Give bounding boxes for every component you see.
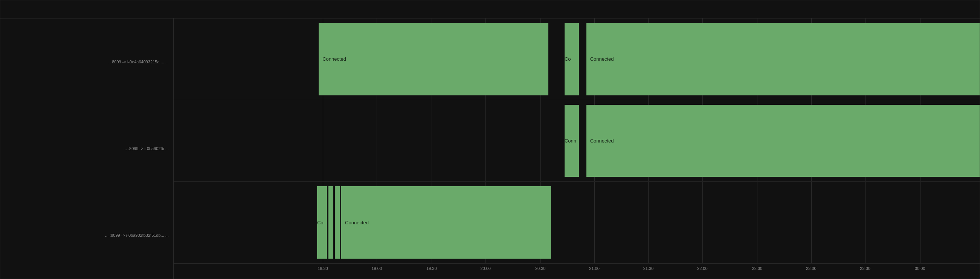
x-axis: 18:3019:0019:3020:0020:3021:0021:3022:00… bbox=[173, 263, 980, 279]
x-tick-5: 21:00 bbox=[589, 266, 600, 271]
plot-area: ConnectedCoConnectedConnConnectedCoConne… bbox=[173, 19, 980, 279]
x-tick-10: 23:30 bbox=[860, 266, 870, 271]
grid-line bbox=[323, 100, 323, 182]
grid-line bbox=[920, 182, 921, 263]
grid-line bbox=[485, 100, 486, 182]
status-bar-2-2 bbox=[335, 186, 340, 259]
x-tick-9: 23:00 bbox=[806, 266, 816, 271]
x-tick-6: 21:30 bbox=[643, 266, 654, 271]
bar-label: Co bbox=[317, 220, 323, 225]
grid-line bbox=[865, 182, 865, 263]
x-tick-8: 22:30 bbox=[752, 266, 763, 271]
bar-label: Conn bbox=[565, 138, 576, 143]
x-tick-2: 19:30 bbox=[426, 266, 437, 271]
bar-label: Connected bbox=[322, 56, 346, 62]
chart-area: ... 8099 -> i-0e4a64093215a ... ...... :… bbox=[0, 19, 980, 279]
status-bar-1-1: Connected bbox=[586, 105, 980, 177]
y-label-1: ... :8099 -> i-0ba902fb ... bbox=[0, 105, 173, 192]
chart-row-2: CoConnected bbox=[173, 182, 980, 263]
grid-line bbox=[757, 182, 757, 263]
status-bar-1-0: Conn bbox=[565, 105, 579, 177]
status-bar-2-0: Co bbox=[317, 186, 327, 259]
bar-label: Connected bbox=[590, 56, 614, 62]
status-bar-0-0: Connected bbox=[319, 23, 548, 96]
grid-line bbox=[377, 100, 377, 182]
panel: ... 8099 -> i-0e4a64093215a ... ...... :… bbox=[0, 0, 980, 279]
grid-line bbox=[432, 100, 432, 182]
bar-label: Connected bbox=[590, 138, 614, 143]
grid-line bbox=[702, 182, 703, 263]
grid-line bbox=[811, 182, 811, 263]
y-axis: ... 8099 -> i-0e4a64093215a ... ...... :… bbox=[0, 19, 173, 279]
x-tick-11: 00:00 bbox=[915, 266, 925, 271]
x-tick-0: 18:30 bbox=[318, 266, 328, 271]
grid-line bbox=[648, 182, 649, 263]
bar-label: Co bbox=[565, 56, 571, 62]
chart-row-0: ConnectedCoConnected bbox=[173, 19, 980, 100]
x-tick-4: 20:30 bbox=[535, 266, 546, 271]
rows-container: ConnectedCoConnectedConnConnectedCoConne… bbox=[173, 19, 980, 263]
x-tick-1: 19:00 bbox=[372, 266, 382, 271]
y-label-2: ... :8099 -> i-0ba902fb32f51db... ... bbox=[0, 192, 173, 279]
status-bar-2-3: Connected bbox=[341, 186, 550, 259]
grid-line bbox=[594, 182, 595, 263]
status-bar-0-1: Co bbox=[565, 23, 579, 96]
x-tick-3: 20:00 bbox=[480, 266, 491, 271]
status-bar-0-2: Connected bbox=[586, 23, 980, 96]
panel-header bbox=[0, 0, 980, 19]
more-options-button[interactable] bbox=[967, 8, 974, 11]
chart-row-1: ConnConnected bbox=[173, 100, 980, 182]
x-tick-7: 22:00 bbox=[697, 266, 708, 271]
bar-label: Connected bbox=[345, 220, 369, 225]
status-bar-2-1 bbox=[328, 186, 333, 259]
grid-line bbox=[541, 100, 541, 182]
y-label-0: ... 8099 -> i-0e4a64093215a ... ... bbox=[0, 19, 173, 105]
